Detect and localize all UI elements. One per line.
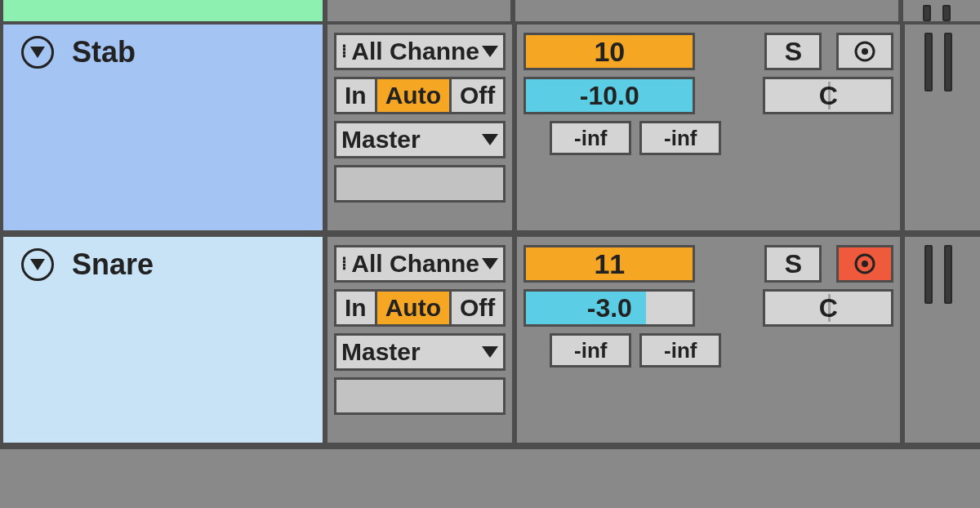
previous-track-io-cell [323, 0, 510, 21]
track-meter-cell [900, 25, 972, 230]
send-a-knob[interactable]: -inf [550, 121, 631, 155]
svg-point-2 [862, 48, 868, 55]
fold-track-button[interactable] [21, 248, 54, 281]
input-channel-label: All Channe [351, 36, 479, 67]
chevron-down-icon [482, 46, 498, 57]
previous-track-title-cell[interactable] [0, 0, 323, 21]
track-mixer-cell: 11 S -3.0 C -inf -inf [512, 237, 900, 443]
output-routing-label: Master [341, 336, 421, 368]
record-icon [853, 39, 877, 64]
meter-bar [923, 5, 931, 21]
record-arm-button[interactable] [836, 245, 893, 283]
monitor-segmented-control: In Auto Off [334, 289, 506, 327]
input-channel-dropdown[interactable]: ⁞ All Channe [334, 33, 506, 70]
meter-bar [944, 245, 952, 304]
track-title-cell[interactable]: Snare [0, 237, 323, 443]
track-title-cell[interactable]: Stab [0, 25, 323, 230]
track-io-cell: ⁞ All Channe In Auto Off Master [323, 25, 512, 230]
track-io-cell: ⁞ All Channe In Auto Off Master [323, 237, 512, 443]
input-channel-label: All Channe [351, 248, 479, 279]
track-name-label[interactable]: Snare [72, 248, 154, 281]
meter-bar [942, 5, 951, 21]
track-activator-button[interactable]: 11 [523, 245, 695, 283]
previous-track-meter-cell [898, 0, 970, 21]
track-divider [0, 446, 980, 449]
previous-track-mix-cell [510, 0, 898, 21]
monitor-in-button[interactable]: In [336, 79, 377, 112]
monitor-segmented-control: In Auto Off [334, 77, 506, 114]
meter-bar [924, 33, 933, 91]
chevron-down-icon [482, 134, 498, 145]
send-b-knob[interactable]: -inf [639, 333, 721, 368]
output-channel-dropdown[interactable] [334, 377, 506, 415]
monitor-off-button[interactable]: Off [452, 292, 503, 324]
svg-point-5 [862, 261, 868, 267]
track-name-label[interactable]: Stab [72, 36, 136, 69]
record-arm-button[interactable] [836, 33, 893, 70]
pan-slider[interactable]: C [763, 77, 893, 114]
monitor-auto-button[interactable]: Auto [377, 79, 452, 112]
svg-marker-3 [30, 259, 45, 270]
send-a-knob[interactable]: -inf [550, 333, 631, 368]
previous-track-strip [0, 0, 980, 21]
output-channel-dropdown[interactable] [334, 165, 506, 203]
solo-button[interactable]: S [764, 245, 822, 283]
chevron-down-icon [482, 258, 498, 270]
monitor-auto-button[interactable]: Auto [377, 292, 452, 324]
monitor-in-button[interactable]: In [336, 292, 377, 324]
midi-input-icon: ⁞ [341, 248, 345, 279]
volume-slider[interactable]: -10.0 [523, 77, 695, 114]
volume-slider[interactable]: -3.0 [523, 289, 695, 327]
chevron-down-icon [482, 346, 498, 358]
fold-track-button[interactable] [21, 36, 54, 69]
pan-slider[interactable]: C [763, 289, 893, 327]
track-activator-button[interactable]: 10 [523, 33, 695, 70]
output-routing-dropdown[interactable]: Master [334, 121, 506, 158]
meter-bar [944, 33, 952, 91]
solo-button[interactable]: S [764, 33, 822, 70]
track-row: Stab ⁞ All Channe In Auto Off Master 10 … [0, 21, 980, 234]
meter-bar [924, 245, 933, 304]
output-routing-dropdown[interactable]: Master [334, 333, 506, 371]
chevron-down-icon [30, 259, 45, 270]
track-row: Snare ⁞ All Channe In Auto Off Master 11… [0, 234, 980, 446]
send-b-knob[interactable]: -inf [639, 121, 721, 155]
track-mixer-cell: 10 S -10.0 C -inf -inf [512, 25, 900, 230]
chevron-down-icon [30, 47, 45, 58]
track-meter-cell [900, 237, 972, 443]
output-routing-label: Master [341, 124, 421, 155]
midi-input-icon: ⁞ [341, 36, 345, 67]
record-icon [853, 252, 877, 276]
svg-marker-0 [30, 47, 45, 58]
input-channel-dropdown[interactable]: ⁞ All Channe [334, 245, 506, 283]
monitor-off-button[interactable]: Off [452, 79, 503, 112]
